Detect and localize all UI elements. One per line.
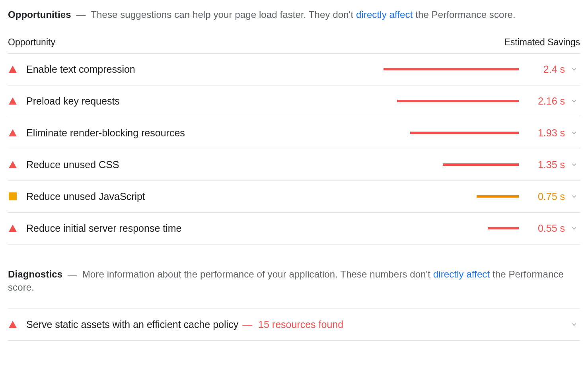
savings-bar — [410, 132, 519, 134]
column-savings: Estimated Savings — [504, 36, 580, 49]
opportunity-label: Reduce unused CSS — [26, 158, 119, 172]
opportunity-label: Preload key requests — [26, 94, 120, 108]
chevron-down-icon — [570, 97, 580, 105]
dash: — — [74, 9, 89, 20]
triangle-fail-icon — [8, 160, 18, 169]
opportunity-label: Eliminate render-blocking resources — [26, 126, 185, 140]
square-average-icon — [9, 192, 17, 200]
opportunities-header: Opportunities — These suggestions can he… — [8, 8, 580, 21]
opportunity-label: Reduce initial server response time — [26, 221, 181, 235]
triangle-fail-icon — [8, 96, 18, 106]
savings-value: 2.4 s — [525, 62, 565, 76]
diagnostic-label: Serve static assets with an efficient ca… — [26, 318, 238, 332]
diagnostics-title: Diagnostics — [8, 269, 62, 279]
chevron-down-icon — [570, 129, 580, 136]
triangle-fail-icon — [8, 64, 18, 74]
opportunity-label: Enable text compression — [26, 62, 135, 76]
savings-bar-cell — [185, 132, 525, 134]
diagnostics-header: Diagnostics — More information about the… — [8, 268, 580, 294]
savings-bar-cell — [120, 100, 525, 102]
dash: — — [238, 319, 258, 330]
opportunity-row[interactable]: Reduce unused JavaScript0.75 s — [8, 180, 580, 212]
opportunities-lead-1: These suggestions can help your page loa… — [91, 9, 356, 20]
chevron-down-icon — [570, 161, 580, 168]
chevron-down-icon — [570, 225, 580, 232]
directly-affect-link-1[interactable]: directly affect — [356, 9, 413, 20]
opportunity-row[interactable]: Reduce initial server response time0.55 … — [8, 212, 580, 245]
diagnostic-row[interactable]: Serve static assets with an efficient ca… — [8, 309, 580, 341]
opportunity-row[interactable]: Reduce unused CSS1.35 s — [8, 149, 580, 180]
savings-bar-cell — [145, 195, 525, 198]
opportunity-label: Reduce unused JavaScript — [26, 190, 145, 204]
chevron-down-icon — [570, 193, 580, 200]
dash: — — [65, 269, 80, 279]
chevron-down-icon — [570, 66, 580, 73]
triangle-fail-icon — [8, 320, 18, 329]
savings-value: 0.75 s — [525, 190, 565, 204]
column-opportunity: Opportunity — [8, 36, 55, 49]
savings-value: 2.16 s — [525, 94, 565, 108]
opportunities-columns: Opportunity Estimated Savings — [8, 36, 580, 53]
opportunity-row[interactable]: Eliminate render-blocking resources1.93 … — [8, 117, 580, 149]
savings-value: 1.93 s — [525, 126, 565, 140]
opportunities-rows: Enable text compression2.4 sPreload key … — [8, 53, 580, 245]
savings-bar — [397, 100, 519, 102]
opportunities-title: Opportunities — [8, 9, 71, 20]
savings-bar — [384, 68, 519, 70]
savings-value: 0.55 s — [525, 221, 565, 235]
directly-affect-link-2[interactable]: directly affect — [433, 269, 490, 279]
savings-bar — [488, 227, 519, 229]
chevron-down-icon — [570, 321, 580, 328]
opportunities-lead-2: the Performance score. — [413, 9, 515, 20]
savings-bar — [477, 195, 519, 198]
section-spacer — [8, 245, 580, 268]
diagnostics-lead-1: More information about the performance o… — [82, 269, 433, 279]
savings-bar-cell — [119, 163, 525, 166]
savings-bar-cell — [135, 68, 525, 70]
triangle-fail-icon — [8, 223, 18, 233]
diagnostics-rows: Serve static assets with an efficient ca… — [8, 309, 580, 341]
diagnostic-extra: — 15 resources found — [238, 318, 343, 332]
opportunity-row[interactable]: Preload key requests2.16 s — [8, 85, 580, 117]
opportunity-row[interactable]: Enable text compression2.4 s — [8, 53, 580, 85]
diagnostic-extra-text: 15 resources found — [258, 319, 343, 330]
savings-bar — [443, 163, 519, 166]
triangle-fail-icon — [8, 128, 18, 138]
savings-value: 1.35 s — [525, 158, 565, 172]
savings-bar-cell — [181, 227, 525, 229]
